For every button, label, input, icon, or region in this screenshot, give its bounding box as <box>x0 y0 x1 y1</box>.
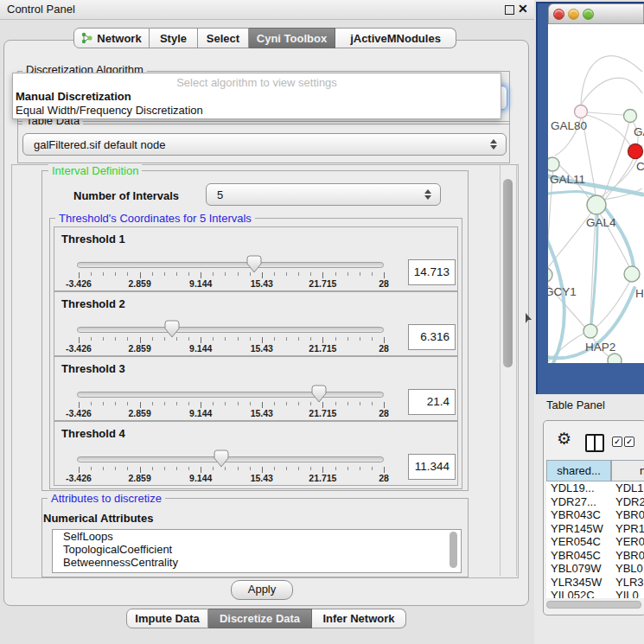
attribute-item-betweennesscentrality[interactable]: BetweennessCentrality <box>53 556 461 569</box>
slider-tick <box>298 337 299 341</box>
zoom-light-icon[interactable] <box>583 9 594 20</box>
slider-tick <box>335 402 336 405</box>
thresholds-group-label: Threshold's Coordinates for 5 Intervals <box>55 212 255 225</box>
slider-tick <box>298 402 299 405</box>
slider-tick <box>310 337 311 341</box>
table-row[interactable]: YDL19...YDL1 <box>546 481 644 495</box>
attribute-item-topologicalcoefficient[interactable]: TopologicalCoefficient <box>53 543 461 556</box>
number-of-intervals-label: Number of Intervals <box>73 189 179 202</box>
threshold-panel-4: Threshold 4-3.4262.8599.14415.4321.71528… <box>54 421 458 486</box>
numerical-attributes-list[interactable]: SelfLoopsTopologicalCoefficientBetweenne… <box>52 529 462 573</box>
slider-tick <box>348 272 348 276</box>
close-icon[interactable]: ✕ <box>518 2 528 16</box>
popup-option-equal-width-frequency-discretization[interactable]: Equal Width/Frequency Discretization <box>16 104 203 117</box>
threshold-value-field[interactable]: 11.344 <box>408 454 456 480</box>
slider-thumb[interactable] <box>214 450 229 468</box>
network-view-canvas[interactable]: GAL80GAL11GAL4GCY1HAP2GACH <box>548 24 644 363</box>
horizontal-scrollbar-thumb[interactable] <box>546 601 641 609</box>
threshold-value-field[interactable]: 14.713 <box>408 259 456 285</box>
slider-tick <box>103 402 104 405</box>
node-label: GAL80 <box>551 119 587 132</box>
table-row[interactable]: YBR043CYBR0 <box>546 508 644 522</box>
slider-thumb[interactable] <box>164 320 180 338</box>
table-row[interactable]: YLR345WYLR3 <box>546 576 644 590</box>
table-row[interactable]: YBL079WYBL0 <box>546 562 644 576</box>
slider-tick <box>213 272 214 276</box>
list-scrollbar-thumb[interactable] <box>450 532 457 568</box>
table-row[interactable]: YER054CYER0 <box>546 535 644 549</box>
tab-label: Select <box>207 32 239 45</box>
slider-scale-label: 2.859 <box>114 343 166 354</box>
tab-select[interactable]: Select <box>198 28 249 48</box>
table-cell: YDL1 <box>615 481 644 495</box>
slider-tick <box>274 272 275 276</box>
tab-discretize-data[interactable]: Discretize Data <box>208 609 312 628</box>
tab-infer-network[interactable]: Infer Network <box>312 609 406 628</box>
table-row[interactable]: YIL052CYIL0 <box>546 589 644 598</box>
slider-track[interactable] <box>77 456 384 462</box>
network-node-hap2[interactable] <box>583 324 597 338</box>
slider-thumb[interactable] <box>246 255 262 273</box>
table-row[interactable]: YBR045CYBR0 <box>546 549 644 563</box>
tab-jactivemnodules[interactable]: jActiveMNodules <box>335 28 456 48</box>
interval-definition-label: Interval Definition <box>48 164 142 177</box>
slider-tick <box>91 402 92 405</box>
node-label: GAL4 <box>586 216 616 229</box>
table-data-combobox[interactable]: galFiltered.sif default node <box>22 133 507 156</box>
attribute-item-selfloops[interactable]: SelfLoops <box>53 530 461 543</box>
slider-tick <box>384 467 385 473</box>
slider-tick <box>79 272 80 278</box>
slider-tick <box>348 467 348 470</box>
slider-thumb[interactable] <box>311 385 327 403</box>
slider-track[interactable] <box>77 262 384 268</box>
threshold-value-field[interactable]: 21.4 <box>408 389 456 415</box>
bottom-tab-bar: Impute DataDiscretize DataInfer Network <box>126 609 406 628</box>
slider-tick <box>213 337 214 341</box>
network-node[interactable] <box>628 144 643 159</box>
network-node-gal4[interactable] <box>587 195 606 214</box>
attribute-table[interactable]: shared...nameYDL19...YDL1YDR27...YDR2YBR… <box>546 460 644 598</box>
checkbox-icon[interactable]: ✓ <box>612 437 622 447</box>
slider-tick <box>310 467 311 470</box>
table-row[interactable]: YPR145WYPR1 <box>546 522 644 536</box>
checkbox-icon[interactable]: ✓ <box>624 437 634 447</box>
popup-option-manual-discretization[interactable]: Manual Discretization <box>16 90 131 103</box>
panel-title: Control Panel <box>7 3 75 16</box>
column-header-name[interactable]: name <box>611 460 644 481</box>
network-node[interactable] <box>608 354 622 363</box>
slider-tick <box>322 337 323 343</box>
slider-scale-label: 9.144 <box>175 473 226 483</box>
network-edge-thick <box>548 191 596 196</box>
slider-tick <box>152 402 153 405</box>
popup-placeholder: Select algorithm to view settings <box>13 76 501 89</box>
slider-track[interactable] <box>77 392 384 398</box>
tab-network[interactable]: Network <box>73 28 150 48</box>
network-node-gal80[interactable] <box>575 105 588 118</box>
network-node[interactable] <box>624 110 637 123</box>
algorithm-dropdown-popup: Select algorithm to view settings Manual… <box>12 73 501 119</box>
tab-cyni-toolbox[interactable]: Cyni Toolbox <box>249 28 335 48</box>
slider-track[interactable] <box>77 327 384 333</box>
gear-icon[interactable]: ⚙ <box>557 430 571 447</box>
network-node-gcy1[interactable] <box>548 268 552 282</box>
network-node[interactable] <box>624 266 640 282</box>
column-header-shared-[interactable]: shared... <box>546 460 611 481</box>
tab-style[interactable]: Style <box>150 28 198 48</box>
vertical-scrollbar-thumb[interactable] <box>503 179 513 367</box>
number-of-intervals-combobox[interactable]: 5 <box>206 183 441 206</box>
close-light-icon[interactable] <box>553 9 564 20</box>
network-window-titlebar[interactable] <box>548 3 644 24</box>
slider-scale-label: 21.715 <box>296 473 348 483</box>
tab-label: Network <box>97 32 141 45</box>
table-row[interactable]: YDR27...YDR2 <box>546 495 644 509</box>
columns-icon[interactable] <box>585 434 604 452</box>
threshold-value-field[interactable]: 6.316 <box>408 324 456 350</box>
slider-scale-label: 15.43 <box>236 473 288 483</box>
float-window-icon[interactable] <box>505 5 514 15</box>
slider-tick <box>384 402 385 408</box>
tab-impute-data[interactable]: Impute Data <box>126 609 208 628</box>
slider-tick <box>152 272 153 276</box>
network-node-gal11[interactable] <box>548 157 559 171</box>
apply-button[interactable]: Apply <box>231 580 293 600</box>
minimize-light-icon[interactable] <box>568 9 579 20</box>
